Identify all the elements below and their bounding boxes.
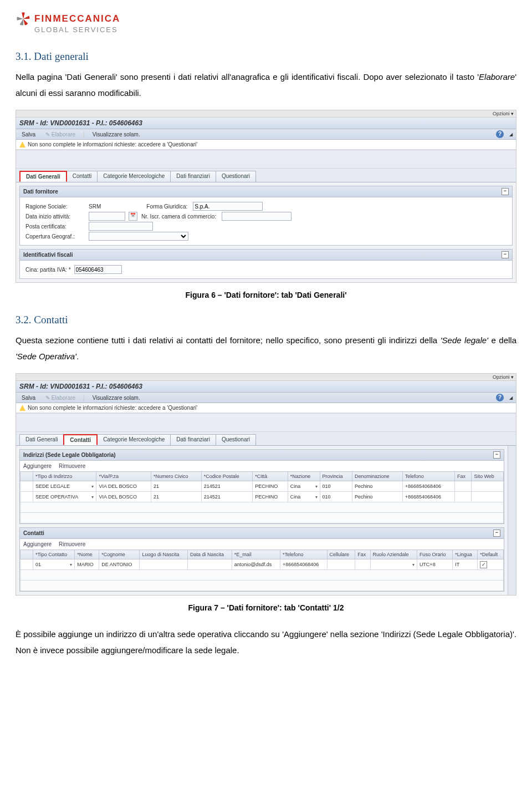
salva-button[interactable]: Salva [19,394,38,401]
copertura-geo-label: Copertura Geograf.: [25,233,85,240]
iscr-commercio-label: Nr. Iscr. camera di commercio: [141,213,218,220]
table-row[interactable]: SEDE OPERATIVA▾ VIA DEL BOSCO 21 214521 … [21,492,504,502]
logo-subtitle: GLOBAL SERVICES [34,26,516,34]
partita-iva-label: Cina: partita IVA: * [25,267,71,273]
srm-window-title: SRM - Id: VND0001631 - P.I.: 054606463 [16,381,516,393]
rimuovere-link[interactable]: Rimuovere [59,541,85,547]
aggiungere-link[interactable]: Aggiungere [23,541,52,547]
tab-dati-generali[interactable]: Dati Generali [19,434,64,445]
section-3-2-heading: 3.2. Contatti [16,314,516,326]
warning-banner: Non sono complete le informazioni richie… [16,140,516,150]
help-icon[interactable]: ? [496,394,504,401]
help-icon[interactable]: ? [496,130,504,138]
figure-6-caption: Figura 6 – 'Dati fornitore': tab 'Dati G… [16,291,516,299]
chevron-down-icon[interactable]: ▾ [315,495,318,500]
panel-indirizzi-title: Indirizzi (Sede Legale Obbligatoria) [23,452,116,458]
collapse-icon[interactable]: ◢ [509,132,513,137]
data-inizio-input[interactable] [89,212,125,221]
collapse-icon[interactable]: − [502,188,509,195]
posta-certificata-input[interactable] [89,222,153,231]
scrollbar[interactable] [508,446,516,595]
indirizzi-table: *Tipo di Indirizzo *Via/P.za *Numero Civ… [20,471,504,523]
collapse-icon[interactable]: − [493,451,500,459]
section-3-2-paragraph: Questa sezione contiene tutti i dati rel… [16,333,516,364]
warning-icon [19,405,25,411]
chevron-down-icon[interactable]: ▾ [91,495,94,500]
elaborare-button[interactable]: ✎ Elaborare [43,131,78,138]
chevron-down-icon[interactable]: ▾ [70,562,72,567]
warning-banner: Non sono complete le informazioni richie… [16,403,516,413]
section-3-1-paragraph: Nella pagina 'Dati Generali' sono presen… [16,69,516,101]
visualizzare-button[interactable]: Visualizzare solam. [90,131,142,138]
logo-brand-text: FINMECCANICA [34,13,120,24]
collapse-icon[interactable]: − [502,251,509,258]
options-link[interactable]: Opzioni ▾ [16,374,516,381]
chevron-down-icon[interactable]: ▾ [315,484,318,489]
figure-7-caption: Figura 7 – 'Dati fornitore': tab 'Contat… [16,603,516,612]
default-checkbox[interactable]: ✓ [480,561,487,568]
ragione-sociale-value: SRM [89,203,101,210]
screenshot-dati-generali: Opzioni ▾ SRM - Id: VND0001631 - P.I.: 0… [16,110,516,283]
tabs-bar: Dati Generali Contatti Categorie Merceol… [16,169,516,182]
tab-dati-generali[interactable]: Dati Generali [19,171,67,182]
warning-icon [19,141,25,147]
table-row[interactable]: SEDE LEGALE▾ VIA DEL BOSCO 21 214521 PEC… [21,481,504,492]
chevron-down-icon[interactable]: ▾ [412,562,415,567]
screenshot-contatti: Opzioni ▾ SRM - Id: VND0001631 - P.I.: 0… [16,373,516,596]
aggiungere-link[interactable]: Aggiungere [23,463,52,469]
rimuovere-link[interactable]: Rimuovere [59,463,85,469]
tab-contatti[interactable]: Contatti [66,171,98,182]
tab-questionari[interactable]: Questionari [216,434,256,445]
forma-giuridica-input[interactable] [193,202,263,211]
data-inizio-label: Data inizio attività: [25,213,85,220]
fan-icon [16,11,31,27]
srm-window-title: SRM - Id: VND0001631 - P.I.: 054606463 [16,118,516,129]
posta-certificata-label: Posta certificata: [25,223,85,230]
options-link[interactable]: Opzioni ▾ [16,110,516,118]
salva-button[interactable]: Salva [19,131,38,138]
panel-identificativi-title: Identificativi fiscali [23,252,73,258]
panel-contatti-title: Contatti [23,530,44,536]
partita-iva-input[interactable] [74,265,122,274]
ragione-sociale-label: Ragione Sociale: [25,203,85,210]
tab-categorie[interactable]: Categorie Merceologiche [97,434,171,445]
forma-giuridica-label: Forma Giuridica: [104,203,190,210]
visualizzare-button[interactable]: Visualizzare solam. [90,394,142,401]
iscr-commercio-input[interactable] [222,212,291,221]
tab-dati-finanziari[interactable]: Dati finanziari [170,434,216,445]
contatti-table: *Tipo Contatto *Nome *Cognome Luogo di N… [20,549,504,591]
tab-contatti[interactable]: Contatti [63,434,98,445]
panel-dati-fornitore-title: Dati fornitore [23,189,58,195]
tabs-bar: Dati Generali Contatti Categorie Merceol… [16,432,516,446]
collapse-icon[interactable]: ◢ [509,395,513,400]
tab-questionari[interactable]: Questionari [216,171,256,182]
chevron-down-icon[interactable]: ▾ [91,484,94,489]
calendar-icon[interactable]: 📅 [129,212,137,221]
copertura-geo-select[interactable] [89,232,188,241]
elaborare-button[interactable]: ✎ Elaborare [43,394,78,401]
footer-paragraph: È possibile aggiunge un indirizzo di un'… [16,627,516,658]
collapse-icon[interactable]: − [493,530,500,537]
table-row[interactable]: 01▾ MARIO DE ANTONIO antonio@dsdf.ds +86… [21,559,504,570]
tab-categorie[interactable]: Categorie Merceologiche [97,171,171,182]
section-3-1-heading: 3.1. Dati generali [16,50,516,63]
tab-dati-finanziari[interactable]: Dati finanziari [170,171,216,182]
company-logo: FINMECCANICA GLOBAL SERVICES [16,11,516,34]
